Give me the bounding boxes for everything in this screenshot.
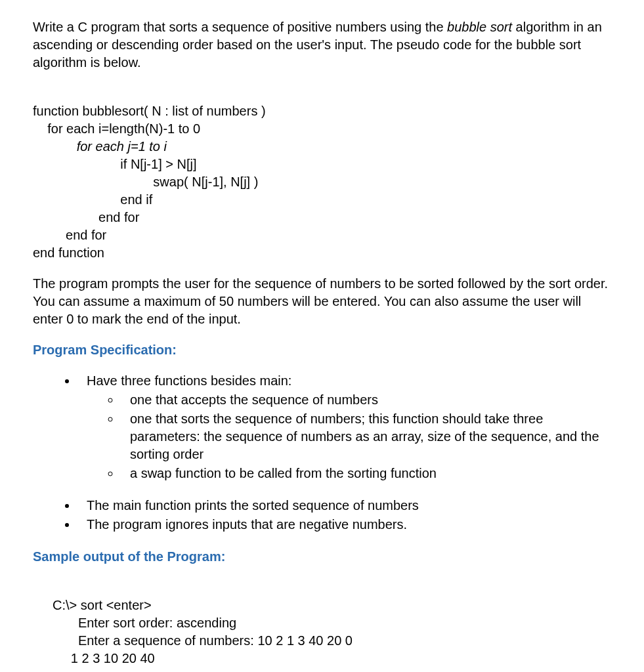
sample-line-3: Enter a sequence of numbers: 10 2 1 3 40… xyxy=(53,633,353,648)
spec-item-1: Have three functions besides main: one t… xyxy=(77,372,611,482)
sample-line-2: Enter sort order: ascending xyxy=(53,616,236,630)
pseudocode-block: function bubblesort( N : list of numbers… xyxy=(33,85,611,262)
spec-sub-1: one that accepts the sequence of numbers xyxy=(121,391,611,409)
pseudo-line-4: if N[j-1] > N[j] xyxy=(33,157,197,171)
sample-line-1: C:\> sort <enter> xyxy=(53,598,152,612)
pseudo-line-3: for each j=1 to i xyxy=(33,139,167,154)
spec-heading: Program Specification: xyxy=(33,341,611,359)
intro-italic: bubble sort xyxy=(447,20,512,34)
intro-text-1: Write a C program that sorts a sequence … xyxy=(33,20,447,34)
sample-output-block: C:\> sort <enter> Enter sort order: asce… xyxy=(53,579,611,667)
spec-sublist: one that accepts the sequence of numbers… xyxy=(87,391,611,482)
sample-line-4: 1 2 3 10 20 40 xyxy=(53,651,155,665)
spec-list: Have three functions besides main: one t… xyxy=(33,372,611,482)
spec-item-3: The program ignores inputs that are nega… xyxy=(77,516,611,534)
intro-paragraph: Write a C program that sorts a sequence … xyxy=(33,18,611,72)
spec-item-2: The main function prints the sorted sequ… xyxy=(77,497,611,514)
after-pseudo-paragraph: The program prompts the user for the seq… xyxy=(33,275,611,328)
pseudo-line-7: end for xyxy=(33,210,139,224)
pseudo-line-9: end function xyxy=(33,245,104,260)
sample-heading: Sample output of the Program: xyxy=(33,548,611,566)
spec-item-1-text: Have three functions besides main: xyxy=(87,373,291,388)
pseudo-line-2: for each i=length(N)-1 to 0 xyxy=(33,121,200,136)
pseudo-line-6: end if xyxy=(33,192,152,207)
pseudo-line-5: swap( N[j-1], N[j] ) xyxy=(33,175,258,189)
spec-sub-3: a swap function to be called from the so… xyxy=(121,465,611,482)
pseudo-line-1: function bubblesort( N : list of numbers… xyxy=(33,104,266,118)
spec-sub-2: one that sorts the sequence of numbers; … xyxy=(121,410,611,463)
pseudo-line-8: end for xyxy=(33,228,106,242)
spec-list-2: The main function prints the sorted sequ… xyxy=(33,497,611,534)
